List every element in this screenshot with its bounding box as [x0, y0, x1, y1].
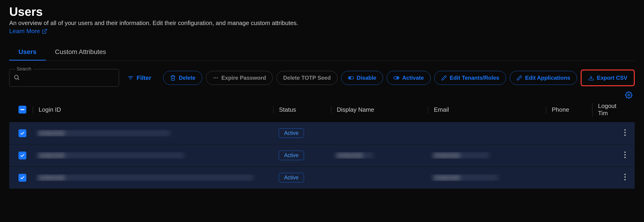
cell-display-name: [redacted] [331, 152, 428, 159]
svg-point-20 [624, 179, 626, 180]
table-row[interactable]: [redacted]Active[redacted] [9, 167, 635, 189]
download-icon [588, 75, 594, 81]
export-csv-label: Export CSV [597, 75, 627, 81]
svg-point-7 [349, 77, 351, 79]
row-checkbox[interactable] [18, 129, 26, 137]
indeterminate-icon [20, 109, 24, 110]
expire-password-button[interactable]: Expire Password [206, 71, 273, 85]
export-csv-button[interactable]: Export CSV [581, 69, 635, 86]
search-icon [14, 74, 20, 82]
filter-icon [127, 75, 134, 81]
svg-point-13 [624, 132, 626, 133]
col-login-id[interactable]: Login ID [33, 106, 273, 113]
pencil-icon [516, 75, 522, 81]
cell-status: Active [273, 128, 331, 138]
trash-icon [170, 75, 176, 81]
table-header: Login ID Status Display Name Email Phone… [9, 104, 635, 115]
svg-point-5 [217, 77, 218, 78]
cell-email: [redacted] [428, 152, 546, 159]
cell-login-id: [redacted] [33, 130, 273, 137]
gear-icon [625, 91, 632, 99]
col-status[interactable]: Status [273, 106, 331, 113]
status-badge: Active [279, 173, 304, 182]
cell-login-id: [redacted] [33, 174, 273, 181]
table-row[interactable]: [redacted]Active[redacted][redacted] [9, 144, 635, 167]
status-badge: Active [279, 151, 304, 160]
search-input[interactable] [9, 69, 119, 87]
table-row[interactable]: [redacted]Active [9, 122, 635, 144]
delete-totp-button[interactable]: Delete TOTP Seed [276, 71, 338, 85]
toggle-on-icon [394, 75, 400, 81]
col-logout-time[interactable]: Logout Tim [592, 102, 632, 117]
delete-totp-label: Delete TOTP Seed [283, 75, 331, 81]
row-menu-button[interactable] [618, 129, 632, 137]
activate-label: Activate [402, 75, 424, 81]
tabs: Users Custom Attributes [9, 44, 635, 61]
page-title: Users [9, 5, 635, 19]
filter-label: Filter [136, 74, 152, 82]
row-checkbox[interactable] [18, 152, 26, 159]
kebab-icon [624, 174, 626, 180]
table-settings-button[interactable] [625, 91, 632, 99]
row-menu-button[interactable] [618, 174, 632, 182]
svg-point-11 [628, 94, 630, 96]
svg-point-3 [213, 77, 214, 78]
check-icon [20, 153, 25, 158]
users-table: Login ID Status Display Name Email Phone… [9, 104, 635, 189]
status-badge: Active [279, 128, 304, 138]
kebab-icon [624, 152, 626, 158]
search-field-wrap: Search [9, 69, 119, 87]
delete-label: Delete [179, 75, 195, 81]
svg-point-19 [624, 176, 626, 178]
edit-apps-label: Edit Applications [525, 75, 570, 81]
expire-password-label: Expire Password [222, 75, 266, 81]
learn-more-label: Learn More [9, 28, 40, 35]
activate-button[interactable]: Activate [387, 71, 430, 85]
toolbar: Search Filter Delete Expire Password Del… [9, 69, 635, 87]
row-menu-button[interactable] [618, 152, 632, 159]
svg-point-12 [624, 129, 626, 131]
row-checkbox[interactable] [18, 174, 26, 182]
tab-custom-attributes[interactable]: Custom Attributes [46, 44, 115, 60]
svg-line-2 [18, 79, 19, 80]
disable-button[interactable]: Disable [341, 71, 383, 85]
cell-status: Active [273, 151, 331, 160]
col-display-name[interactable]: Display Name [331, 106, 428, 113]
cell-email: [redacted] [428, 174, 546, 181]
edit-tenants-label: Edit Tenants/Roles [450, 75, 499, 81]
cell-status: Active [273, 173, 331, 182]
col-phone[interactable]: Phone [546, 106, 592, 113]
svg-point-16 [624, 154, 626, 156]
external-link-icon [42, 29, 48, 34]
delete-button[interactable]: Delete [163, 71, 202, 85]
toggle-off-icon [348, 75, 354, 81]
edit-tenants-button[interactable]: Edit Tenants/Roles [434, 71, 506, 85]
svg-point-14 [624, 134, 626, 136]
edit-applications-button[interactable]: Edit Applications [510, 71, 577, 85]
password-icon [213, 75, 219, 81]
select-all-checkbox[interactable] [18, 106, 26, 114]
svg-point-17 [624, 157, 626, 158]
check-icon [20, 131, 25, 136]
col-email[interactable]: Email [428, 106, 546, 113]
pencil-icon [441, 75, 447, 81]
search-legend: Search [15, 66, 33, 72]
tab-users[interactable]: Users [9, 44, 46, 60]
check-icon [20, 175, 25, 180]
svg-point-1 [14, 75, 18, 79]
svg-point-18 [624, 174, 626, 175]
svg-point-4 [215, 77, 216, 78]
svg-line-0 [44, 29, 47, 32]
svg-point-15 [624, 152, 626, 153]
cell-login-id: [redacted] [33, 152, 273, 159]
svg-point-9 [397, 77, 398, 79]
page-description: An overview of all of your users and the… [9, 20, 635, 27]
learn-more-link[interactable]: Learn More [9, 28, 48, 35]
disable-label: Disable [357, 75, 376, 81]
filter-button[interactable]: Filter [123, 72, 156, 84]
kebab-icon [624, 129, 626, 136]
